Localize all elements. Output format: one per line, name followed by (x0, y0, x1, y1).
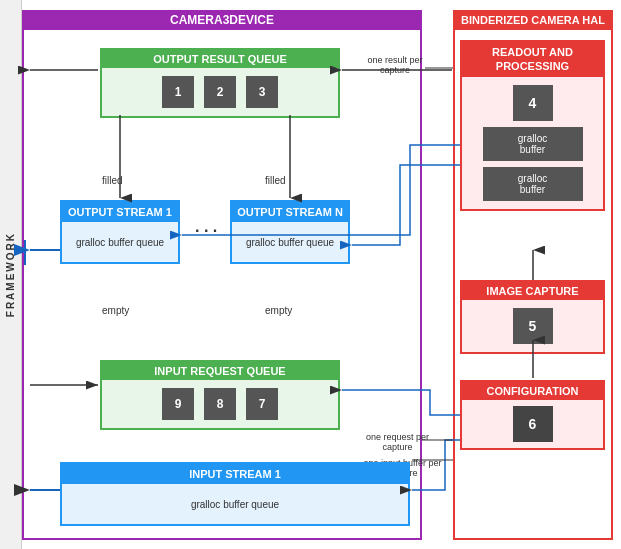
image-capture-number: 5 (513, 308, 553, 344)
label-one-result: one result per capture (355, 55, 435, 75)
label-one-request: one request per capture (355, 432, 440, 452)
irq-item-3: 7 (246, 388, 278, 420)
diagram-container: FRAMEWORK CAMERA3DEVICE BINDERIZED CAMER… (0, 0, 621, 549)
readout-box: READOUT AND PROCESSING 4 grallocbuffer g… (460, 40, 605, 211)
dots-separator: · · · (195, 222, 217, 240)
input-stream-1-content: gralloc buffer queue (62, 484, 408, 524)
output-stream-1: OUTPUT STREAM 1 gralloc buffer queue (60, 200, 180, 264)
image-capture-box: IMAGE CAPTURE 5 (460, 280, 605, 354)
framework-label: FRAMEWORK (0, 0, 22, 549)
gralloc-item-2: grallocbuffer (483, 167, 583, 201)
output-stream-n-title: OUTPUT STREAM N (232, 202, 348, 222)
gralloc-item-1: grallocbuffer (483, 127, 583, 161)
output-stream-1-content: gralloc buffer queue (62, 222, 178, 262)
config-box: CONFIGURATION 6 (460, 380, 605, 450)
queue-item-2: 2 (204, 76, 236, 108)
label-filled-1: filled (102, 175, 123, 186)
image-capture-title: IMAGE CAPTURE (462, 282, 603, 300)
queue-item-3: 3 (246, 76, 278, 108)
label-empty-1: empty (102, 305, 129, 316)
input-stream-1: INPUT STREAM 1 gralloc buffer queue (60, 462, 410, 526)
label-empty-2: empty (265, 305, 292, 316)
config-title: CONFIGURATION (462, 382, 603, 400)
output-result-queue-title: OUTPUT RESULT QUEUE (102, 50, 338, 68)
readout-content: 4 grallocbuffer grallocbuffer (462, 77, 603, 209)
readout-number: 4 (513, 85, 553, 121)
image-capture-content: 5 (462, 300, 603, 352)
camera3device-label: CAMERA3DEVICE (22, 10, 422, 30)
output-result-queue-items: 1 2 3 (102, 68, 338, 116)
queue-item-1: 1 (162, 76, 194, 108)
output-stream-1-title: OUTPUT STREAM 1 (62, 202, 178, 222)
hal-label: BINDERIZED CAMERA HAL (453, 10, 613, 30)
input-stream-1-title: INPUT STREAM 1 (62, 464, 408, 484)
output-stream-n-content: gralloc buffer queue (232, 222, 348, 262)
input-request-queue-items: 9 8 7 (102, 380, 338, 428)
readout-title: READOUT AND PROCESSING (462, 42, 603, 77)
label-filled-2: filled (265, 175, 286, 186)
input-request-queue: INPUT REQUEST QUEUE 9 8 7 (100, 360, 340, 430)
output-stream-n: OUTPUT STREAM N gralloc buffer queue (230, 200, 350, 264)
irq-item-2: 8 (204, 388, 236, 420)
config-number: 6 (513, 406, 553, 442)
input-request-queue-title: INPUT REQUEST QUEUE (102, 362, 338, 380)
output-result-queue: OUTPUT RESULT QUEUE 1 2 3 (100, 48, 340, 118)
irq-item-1: 9 (162, 388, 194, 420)
